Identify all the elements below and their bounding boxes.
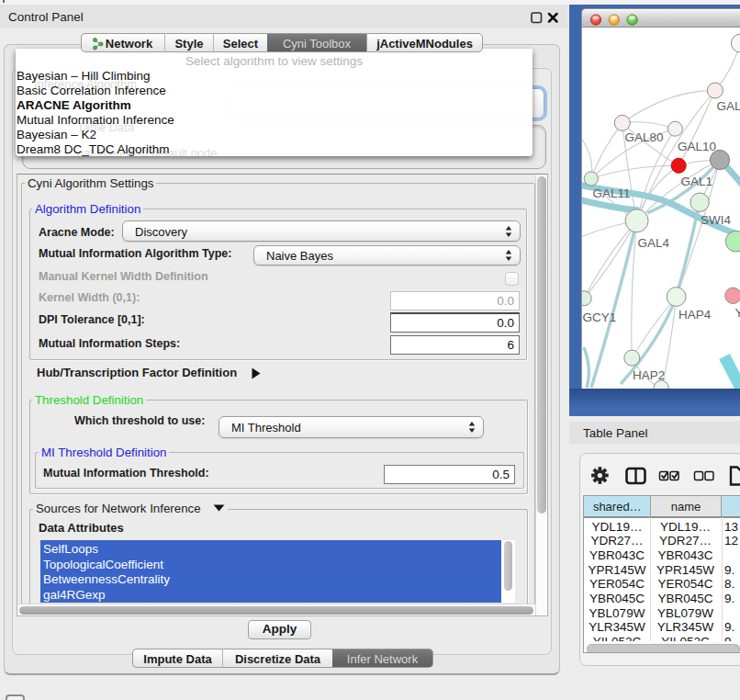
svg-text:GAL1: GAL1 <box>681 175 713 188</box>
svg-text:GCY1: GCY1 <box>583 310 617 324</box>
svg-text:SWI4: SWI4 <box>701 213 731 227</box>
svg-text:GAL10: GAL10 <box>678 140 716 153</box>
svg-text:HAP4: HAP4 <box>678 308 712 322</box>
svg-text:GAL80: GAL80 <box>625 130 664 144</box>
svg-text:GAL7: GAL7 <box>717 99 740 113</box>
svg-text:HAP2: HAP2 <box>633 368 665 382</box>
svg-text:GAL4: GAL4 <box>638 236 670 250</box>
svg-text:GAL11: GAL11 <box>593 186 631 200</box>
svg-text:YD: YD <box>735 306 740 320</box>
